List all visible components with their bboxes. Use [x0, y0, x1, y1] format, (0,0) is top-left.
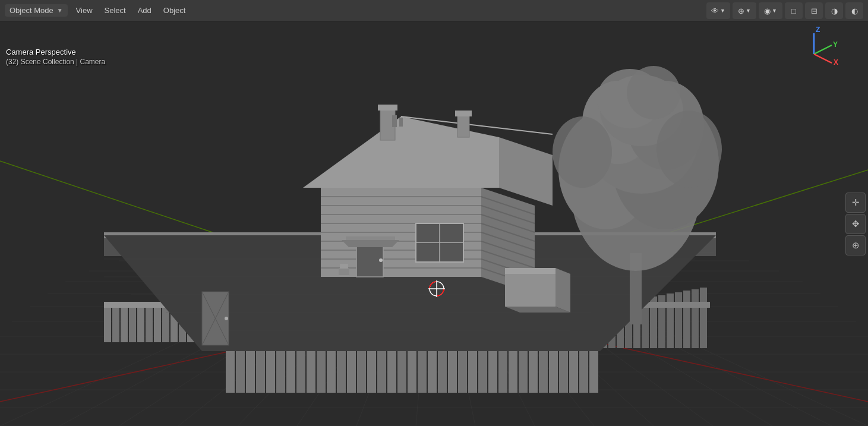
svg-rect-151 [340, 264, 348, 269]
svg-rect-71 [438, 345, 447, 393]
mode-dropdown[interactable]: Object Mode ▼ [5, 4, 68, 17]
svg-rect-85 [579, 345, 588, 393]
svg-rect-63 [357, 345, 366, 393]
svg-rect-66 [387, 345, 396, 393]
svg-rect-82 [549, 345, 558, 393]
scene-viewport-svg: Z Y X [0, 21, 868, 426]
gizmo-icon: ◉ [764, 7, 771, 15]
svg-rect-58 [307, 345, 315, 393]
move-icon: ✥ [852, 219, 860, 229]
svg-rect-99 [692, 289, 699, 348]
svg-rect-43 [146, 307, 153, 342]
svg-rect-138 [378, 105, 397, 111]
render-wireframe-btn[interactable]: ⊟ [805, 2, 823, 19]
svg-point-165 [656, 111, 722, 188]
svg-rect-38 [104, 307, 111, 342]
render-wireframe-icon: ⊟ [811, 7, 818, 15]
svg-rect-100 [700, 288, 707, 348]
svg-rect-81 [539, 345, 548, 393]
svg-rect-73 [458, 345, 467, 393]
top-menu-bar: Object Mode ▼ View Select Add Object 👁 ▼… [0, 0, 868, 21]
svg-rect-70 [428, 345, 437, 393]
svg-rect-41 [129, 307, 136, 342]
svg-rect-72 [448, 345, 457, 393]
menu-view[interactable]: View [70, 4, 99, 17]
overlay-arrow: ▼ [746, 8, 751, 14]
extra-icon: ⊕ [852, 240, 860, 251]
svg-marker-149 [342, 240, 399, 247]
overlay-icon: ⊕ [738, 7, 744, 15]
svg-text:Z: Z [816, 26, 820, 34]
viewport-shading-icon: 👁 [711, 7, 719, 15]
svg-rect-96 [667, 294, 674, 348]
svg-rect-55 [276, 345, 285, 393]
svg-rect-45 [162, 307, 169, 342]
svg-rect-76 [488, 345, 497, 393]
svg-rect-44 [154, 307, 161, 342]
svg-rect-84 [569, 345, 578, 393]
gizmo-arrow: ▼ [772, 8, 777, 14]
viewport-shading-btn[interactable]: 👁 ▼ [706, 2, 730, 19]
svg-rect-150 [339, 268, 349, 275]
render-rendered-btn[interactable]: ◐ [845, 2, 863, 19]
svg-rect-59 [317, 345, 326, 393]
svg-rect-51 [236, 345, 245, 393]
svg-rect-42 [137, 307, 144, 342]
svg-rect-140 [455, 111, 472, 116]
svg-rect-52 [246, 345, 255, 393]
move-tool-btn[interactable]: ✥ [845, 214, 866, 234]
svg-rect-74 [468, 345, 477, 393]
render-solid-btn[interactable]: □ [785, 2, 803, 19]
svg-marker-148 [346, 236, 395, 240]
svg-rect-54 [266, 345, 275, 393]
svg-rect-60 [327, 345, 336, 393]
svg-rect-86 [589, 345, 598, 393]
svg-point-167 [627, 66, 680, 119]
top-right-toolbar: 👁 ▼ ⊕ ▼ ◉ ▼ □ ⊟ ◑ ◐ [702, 0, 868, 21]
svg-rect-40 [121, 307, 128, 342]
render-rendered-icon: ◐ [851, 7, 858, 15]
viewport-shading-arrow: ▼ [720, 8, 725, 14]
render-lookdev-icon: ◑ [831, 7, 838, 15]
overlay-btn[interactable]: ⊕ ▼ [733, 2, 756, 19]
svg-rect-75 [478, 345, 487, 393]
render-lookdev-btn[interactable]: ◑ [825, 2, 843, 19]
render-solid-icon: □ [791, 7, 796, 15]
svg-rect-67 [397, 345, 406, 393]
svg-rect-69 [418, 345, 427, 393]
svg-rect-153 [505, 268, 555, 274]
cursor-icon: ✛ [852, 197, 860, 208]
svg-rect-53 [256, 345, 265, 393]
menu-object[interactable]: Object [157, 4, 192, 17]
svg-rect-98 [683, 291, 690, 348]
svg-rect-77 [498, 345, 507, 393]
svg-rect-61 [337, 345, 346, 393]
cursor-tool-btn[interactable]: ✛ [845, 193, 866, 213]
viewport-3d[interactable]: Camera Perspective (32) Scene Collection… [0, 21, 868, 426]
mode-arrow: ▼ [57, 7, 63, 14]
svg-rect-139 [457, 113, 469, 137]
svg-point-164 [553, 116, 612, 188]
svg-rect-78 [509, 345, 517, 393]
svg-rect-68 [408, 345, 416, 393]
svg-marker-154 [555, 268, 570, 313]
mode-label: Object Mode [10, 6, 53, 15]
svg-rect-56 [286, 345, 295, 393]
menu-add[interactable]: Add [132, 4, 157, 17]
svg-rect-39 [112, 307, 119, 342]
svg-rect-83 [559, 345, 568, 393]
svg-rect-64 [367, 345, 376, 393]
svg-rect-65 [377, 345, 386, 393]
svg-text:X: X [834, 58, 838, 67]
gizmo-btn[interactable]: ◉ ▼ [759, 2, 782, 19]
menu-select[interactable]: Select [99, 4, 132, 17]
svg-rect-79 [519, 345, 528, 393]
svg-rect-57 [296, 345, 305, 393]
svg-point-113 [225, 317, 228, 320]
svg-rect-97 [675, 292, 682, 348]
svg-rect-80 [529, 345, 538, 393]
svg-rect-142 [399, 118, 403, 127]
svg-point-147 [379, 258, 383, 262]
extra-tool-btn[interactable]: ⊕ [845, 235, 866, 255]
svg-rect-50 [226, 345, 235, 393]
